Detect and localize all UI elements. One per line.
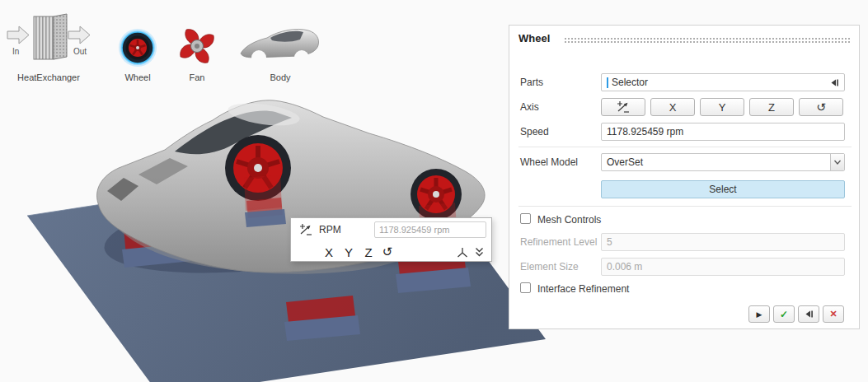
rpm-popup: RPM X Y Z ↺ — [290, 217, 492, 262]
select-end-icon[interactable] — [829, 78, 839, 87]
parts-label: Parts — [520, 77, 543, 88]
axis-z-button[interactable]: Z — [749, 98, 794, 116]
fan-icon — [177, 26, 217, 67]
speed-input[interactable] — [601, 123, 845, 141]
rpm-label: RPM — [319, 224, 341, 235]
axis-x-button[interactable]: X — [650, 98, 695, 116]
panel-title: Wheel — [518, 32, 550, 44]
parts-selector-value: Selector — [612, 77, 829, 88]
axis-direction-button[interactable] — [601, 98, 645, 116]
collapse-chevrons-icon[interactable] — [475, 247, 484, 257]
mesh-controls-checkbox[interactable] — [520, 213, 531, 224]
triad-icon[interactable] — [457, 247, 468, 258]
tool-body-label: Body — [237, 72, 323, 82]
out-label: Out — [73, 47, 87, 56]
interface-refinement-label: Interface Refinement — [537, 283, 629, 295]
app-window: In Out HeatExchanger Wheel — [0, 0, 868, 382]
skip-to-start-icon — [804, 310, 814, 319]
mesh-controls-label: Mesh Controls — [537, 214, 601, 226]
tool-heatexchanger-label: HeatExchanger — [5, 72, 92, 82]
parts-selector-field[interactable]: Selector — [601, 73, 845, 91]
in-arrow-icon — [7, 26, 29, 44]
popup-axis-y-button[interactable]: Y — [339, 245, 359, 259]
axis-direction-icon[interactable] — [298, 223, 313, 236]
check-icon: ✓ — [780, 309, 788, 320]
chevron-down-icon — [833, 159, 842, 165]
element-size-input[interactable] — [601, 258, 845, 276]
out-arrow-icon — [68, 26, 90, 44]
tool-wheel-label: Wheel — [108, 72, 167, 82]
cancel-button[interactable]: ✕ — [823, 305, 844, 323]
dropdown-button[interactable] — [830, 154, 844, 170]
panel-grip-dots[interactable] — [564, 37, 851, 44]
axis-direction-icon — [616, 100, 631, 114]
radiator-plate — [54, 14, 67, 59]
wheel-model-value: OverSet — [607, 156, 826, 168]
wheel-pad-rear-left[interactable] — [284, 296, 360, 341]
axis-label: Axis — [520, 101, 539, 113]
select-button[interactable]: Select — [601, 180, 845, 198]
wheel-icon — [117, 26, 158, 69]
play-icon: ▶ — [757, 310, 762, 319]
wheel-model-dropdown[interactable]: OverSet — [601, 153, 845, 171]
tool-heatexchanger[interactable]: In Out HeatExchanger — [5, 12, 92, 82]
wheel-panel: Wheel Parts Selector Axis X Y Z ↺ Speed — [509, 25, 860, 329]
close-icon: ✕ — [829, 309, 837, 319]
refinement-level-input[interactable] — [601, 233, 845, 251]
heat-exchanger-icon: In Out — [6, 12, 91, 68]
popup-rotate-button[interactable]: ↺ — [378, 245, 396, 259]
tool-wheel[interactable]: Wheel — [108, 12, 167, 82]
text-caret — [607, 77, 608, 88]
radiator-fins — [34, 16, 54, 59]
interface-refinement-checkbox[interactable] — [520, 282, 531, 293]
tool-body[interactable]: Body — [237, 12, 323, 82]
axis-y-button[interactable]: Y — [700, 98, 744, 116]
speed-label: Speed — [520, 126, 549, 137]
axis-rotate-button[interactable]: ↺ — [799, 98, 843, 116]
wheel-model-label: Wheel Model — [520, 156, 578, 168]
popup-axis-z-button[interactable]: Z — [359, 245, 378, 259]
run-button[interactable]: ▶ — [748, 305, 770, 323]
in-label: In — [12, 47, 19, 56]
tool-fan[interactable]: Fan — [167, 12, 227, 82]
separator — [518, 147, 852, 147]
wheel-pad-front-right[interactable] — [245, 198, 286, 227]
apply-button[interactable]: ✓ — [773, 305, 795, 323]
refinement-level-label: Refinement Level — [520, 236, 597, 248]
popup-axis-x-button[interactable]: X — [319, 245, 339, 259]
tool-fan-label: Fan — [167, 72, 227, 82]
reset-button[interactable] — [798, 305, 819, 323]
element-size-label: Element Size — [520, 261, 579, 273]
car-body-icon — [237, 24, 323, 65]
separator — [518, 206, 852, 207]
rpm-value-input[interactable] — [374, 221, 486, 238]
